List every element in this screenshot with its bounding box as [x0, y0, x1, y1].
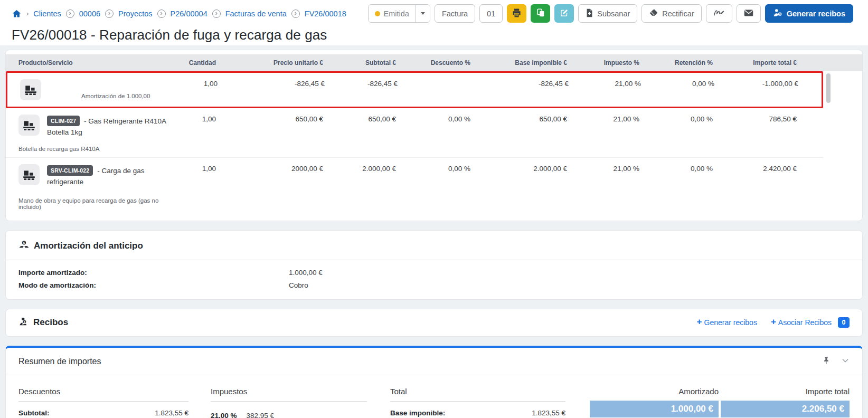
amortizacion-card: $ Amortización del anticipo Importe amor… [5, 230, 863, 300]
cell-importe: -1.000,00 € [714, 73, 798, 107]
col-cantidad: Cantidad [177, 58, 216, 68]
tax-amount: 382,95 € [247, 412, 275, 418]
caret-down-icon [421, 12, 425, 15]
table-row-amortizacion[interactable]: Amortización de 1.000,00 1,00 -826,45 € … [6, 71, 823, 108]
status-dot-icon [375, 11, 380, 16]
cell-impuesto: 21,00 % [567, 158, 639, 215]
row-label: Base imponible: [390, 409, 445, 417]
generar-recibos-button[interactable]: $ Generar recibos [765, 4, 853, 23]
line-description: Amortización de 1.000,00 [81, 93, 150, 100]
tax-rate: 21,00 % [211, 412, 237, 418]
chevron-circle-icon [291, 10, 300, 18]
chevron-circle-icon [157, 10, 166, 18]
cell-precio: -826,45 € [218, 73, 325, 107]
field-importe-amortizado: Importe amortizado: 1.000,00 € [18, 267, 850, 279]
section-title: Resumen de importes [18, 357, 101, 366]
col-base: Base imponible € [470, 58, 567, 68]
doc-type-label: Factura [442, 10, 468, 18]
breadcrumb-link-facturas[interactable]: Facturas de venta [225, 10, 287, 18]
chevron-circle-icon [212, 10, 221, 18]
cell-subtotal: -826,45 € [325, 73, 398, 107]
cell-impuesto: 21,00 % [569, 73, 641, 107]
plus-icon: + [771, 317, 776, 327]
rectificar-button[interactable]: Rectificar [641, 4, 701, 23]
edit-icon [560, 8, 569, 19]
cell-base: -826,45 € [472, 73, 569, 107]
lines-table-header: Producto/Servicio Cantidad Precio unitar… [6, 54, 862, 71]
line-title: SRV-CLIM-022 - Carga de gas refrigerante [47, 164, 177, 188]
cell-impuesto: 21,00 % [567, 108, 639, 157]
hands-dollar-icon: $ [18, 240, 30, 252]
cell-retencion: 0,00 % [641, 73, 714, 107]
row-label: Subtotal: [18, 409, 50, 417]
column-heading: Total [390, 387, 565, 402]
chevron-down-icon[interactable] [841, 356, 850, 367]
cell-importe: 2.420,00 € [713, 158, 797, 215]
page-header: › Clientes 00006 Proyectos P26/00004 Fac… [0, 0, 868, 45]
field-label: Modo de amortización: [18, 279, 289, 292]
subsanar-button[interactable]: Subsanar [578, 4, 637, 23]
breadcrumb-link-proyecto-id[interactable]: P26/00004 [171, 10, 207, 18]
breadcrumb-link-proyectos[interactable]: Proyectos [118, 10, 152, 18]
field-value: Cobro [289, 279, 308, 292]
person-dollar-icon: $ [773, 8, 782, 19]
summary-row-impuesto: 21,00 % 382,95 € [211, 412, 367, 418]
col-producto: Producto/Servicio [6, 58, 177, 68]
cell-subtotal: 2.000,00 € [323, 158, 396, 215]
product-code-badge: SRV-CLIM-022 [47, 165, 93, 176]
subsanar-label: Subsanar [597, 10, 630, 18]
breadcrumb-link-client-id[interactable]: 00006 [79, 10, 100, 18]
col-retencion: Retención % [639, 58, 713, 68]
pallet-icon [20, 79, 41, 100]
envelope-icon [744, 9, 753, 18]
table-row-gas-refrigerante[interactable]: CLIM-027 - Gas Refrigerante R410A Botell… [6, 108, 823, 158]
recibos-count-badge: 0 [838, 317, 850, 328]
importe-total-bar: 2.206,50 € [721, 401, 850, 417]
duplicate-button[interactable] [531, 4, 550, 23]
sign-button[interactable] [706, 4, 732, 23]
cell-precio: 650,00 € [216, 108, 323, 157]
cell-subtotal: 650,00 € [323, 108, 396, 157]
breadcrumb-link-clientes[interactable]: Clientes [33, 10, 61, 18]
email-button[interactable] [737, 4, 761, 23]
field-label: Importe amortizado: [18, 267, 289, 279]
pallet-icon [18, 164, 40, 185]
asociar-recibos-link-label: Asociar Recibos [778, 318, 832, 327]
cell-precio: 2000,00 € [216, 158, 323, 215]
breadcrumb: › Clientes 00006 Proyectos P26/00004 Fac… [12, 9, 346, 18]
scrollbar-thumb[interactable] [826, 73, 831, 103]
rectificar-label: Rectificar [662, 10, 694, 18]
generar-recibos-link[interactable]: + Generar recibos [697, 318, 757, 327]
asociar-recibos-link[interactable]: + Asociar Recibos [771, 318, 832, 327]
field-modo-amortizacion: Modo de amortización: Cobro [18, 279, 850, 292]
pallet-icon [18, 115, 40, 136]
doc-number-button[interactable]: 01 [479, 4, 503, 23]
doc-type-button[interactable]: Factura [435, 4, 475, 23]
resumen-card: Resumen de importes Descuentos Subtotal:… [5, 346, 863, 418]
table-scrollbar[interactable] [826, 73, 831, 230]
col-descuento: Descuento % [396, 58, 470, 68]
field-value: 1.000,00 € [289, 267, 323, 279]
home-icon[interactable] [12, 9, 22, 18]
row-value: 1.823,55 € [155, 409, 188, 417]
col-precio: Precio unitario € [216, 58, 323, 68]
line-description: Mano de obra y equipo para recarga de ga… [18, 197, 177, 210]
breadcrumb-link-factura-id[interactable]: FV26/00018 [305, 10, 346, 18]
cell-retencion: 0,00 % [639, 108, 713, 157]
status-button[interactable]: Emitida [369, 5, 416, 22]
column-heading: Descuentos [18, 387, 188, 402]
print-button[interactable] [507, 4, 526, 23]
generar-recibos-label: Generar recibos [787, 10, 845, 18]
cell-cantidad: 1,00 [177, 108, 216, 157]
table-row-carga-gas[interactable]: SRV-CLIM-022 - Carga de gas refrigerante… [6, 158, 823, 215]
edit-button[interactable] [554, 4, 574, 23]
totals-bars: Amortizado Importe total 1.000,00 € 2.20… [590, 387, 850, 418]
status-dropdown-button[interactable] [416, 5, 430, 22]
signature-icon [713, 8, 725, 19]
line-description: Botella de recarga gas R410A [18, 146, 177, 152]
total-column: Total Base imponible: 1.823,55 € Impuest… [390, 387, 565, 418]
cell-descuento: 0,00 % [396, 108, 470, 157]
pin-icon[interactable] [822, 356, 831, 367]
person-dollar-icon: $ [18, 317, 29, 329]
col-impuesto: Impuesto % [567, 58, 639, 68]
